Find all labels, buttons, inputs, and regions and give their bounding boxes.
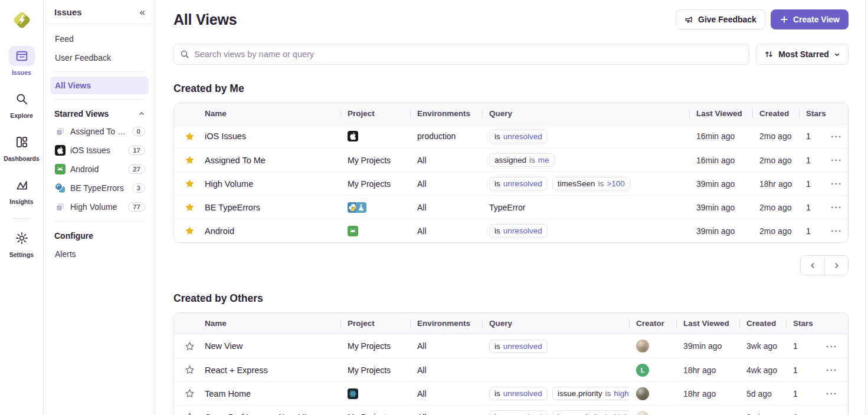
query-token: unresolved <box>503 413 542 415</box>
view-name-link[interactable]: Assigned To Me <box>205 156 266 165</box>
name-cell: New View <box>205 341 340 351</box>
query-chip-list: TypeError <box>489 203 525 212</box>
sidebar-item-alerts[interactable]: Alerts <box>50 245 149 263</box>
menu-cell: ··· <box>824 387 848 400</box>
table-row[interactable]: Assigned To MeMy ProjectsAllassignedisme… <box>174 148 848 172</box>
table-row[interactable]: React + ExpressMy ProjectsAllL18hr ago4w… <box>174 358 848 381</box>
sentry-logo-icon[interactable] <box>9 7 35 33</box>
sidebar-starred-item[interactable]: iOS Issues17 <box>50 141 149 160</box>
column-header-created: Created <box>739 313 786 334</box>
table-row[interactable]: High VolumeMy ProjectsAllisunresolvedtim… <box>174 172 848 195</box>
chevron-up-icon[interactable] <box>138 110 145 117</box>
previous-page-button[interactable] <box>801 256 824 275</box>
starred-item-label: iOS Issues <box>70 146 123 155</box>
view-name-link[interactable]: Gene Perf Issues - New UI <box>205 413 306 415</box>
creator-cell <box>629 340 676 353</box>
rail-item-insights[interactable]: Insights <box>0 175 44 205</box>
view-name-link[interactable]: High Volume <box>205 179 253 189</box>
collapse-sidebar-icon[interactable]: « <box>139 6 146 18</box>
view-name-link[interactable]: Android <box>205 226 234 236</box>
sidebar-item-all-views[interactable]: All Views <box>50 77 149 94</box>
table-row[interactable]: Gene Perf Issues - New UIMy ProjectsAlli… <box>174 405 848 415</box>
column-header-query: Query <box>482 313 629 334</box>
rail-item-issues[interactable]: Issues <box>0 46 44 76</box>
sort-dropdown[interactable]: Most Starred <box>756 44 849 65</box>
row-actions-menu-button[interactable]: ··· <box>824 364 840 376</box>
table-row[interactable]: AndroidAllisunresolved39min ago2mo ago1·… <box>174 219 848 242</box>
query-chip-list: isunresolvedissue.priorityishigh <box>489 387 629 400</box>
name-cell: Team Home <box>205 389 340 398</box>
view-name-link[interactable]: React + Express <box>205 365 268 375</box>
app-window: Issues Explore Dashboards <box>0 0 868 415</box>
rail-item-dashboards[interactable]: Dashboards <box>0 132 44 162</box>
table-row[interactable]: BE TypeErrorsAllTypeError39min ago2mo ag… <box>174 195 848 219</box>
megaphone-icon <box>684 15 694 24</box>
chevron-down-icon <box>834 51 840 58</box>
star-cell <box>174 130 205 143</box>
environments-cell: production <box>410 131 482 141</box>
section-heading-created-by-others: Created by Others <box>173 292 849 305</box>
row-actions-menu-button[interactable]: ··· <box>824 340 840 353</box>
row-actions-menu-button[interactable]: ··· <box>824 387 840 400</box>
view-name-link[interactable]: BE TypeErrors <box>205 203 260 212</box>
sidebar-item-user-feedback[interactable]: User Feedback <box>50 49 149 67</box>
row-actions-menu-button[interactable]: ··· <box>828 225 845 237</box>
star-filled-icon[interactable] <box>184 225 196 237</box>
starred-item-label: Android <box>70 164 123 174</box>
query-chip-list: isunresolvedissue.priorityishigh <box>489 410 629 415</box>
query-token: is <box>494 342 500 351</box>
environments-cell: All <box>410 341 482 351</box>
star-filled-icon[interactable] <box>184 130 196 143</box>
rail-label: Issues <box>12 69 31 76</box>
environments-cell: All <box>410 389 482 398</box>
sidebar-starred-item[interactable]: High Volume77 <box>50 197 149 216</box>
table-row[interactable]: New ViewMy ProjectsAllisunresolved39min … <box>174 334 848 358</box>
star-outline-icon[interactable] <box>184 340 196 353</box>
view-name-link[interactable]: iOS Issues <box>205 131 246 141</box>
row-actions-menu-button[interactable]: ··· <box>828 154 845 166</box>
row-actions-menu-button[interactable]: ··· <box>828 177 845 190</box>
star-outline-icon[interactable] <box>184 387 196 400</box>
apple-icon <box>55 145 65 156</box>
give-feedback-button[interactable]: Give Feedback <box>676 9 765 29</box>
row-actions-menu-button[interactable]: ··· <box>824 411 840 415</box>
table-row[interactable]: Team HomeAllisunresolvedissue.priorityis… <box>174 381 848 405</box>
row-actions-menu-button[interactable]: ··· <box>828 201 845 213</box>
column-header-project: Project <box>340 103 410 124</box>
last-viewed-cell: 18hr ago <box>676 389 739 398</box>
sidebar-item-feed[interactable]: Feed <box>50 30 149 48</box>
star-filled-icon[interactable] <box>184 201 196 213</box>
issue-count-badge: 17 <box>128 146 145 155</box>
sort-arrows-icon <box>764 50 774 59</box>
project-cell: My Projects <box>340 365 410 375</box>
column-header-name: Name <box>205 313 340 334</box>
query-chip: isunresolved <box>489 130 548 143</box>
view-name-link[interactable]: Team Home <box>205 389 251 398</box>
stack-icon <box>55 202 65 212</box>
query-chip: isunresolved <box>489 177 548 190</box>
row-actions-menu-button[interactable]: ··· <box>828 130 845 143</box>
column-header-environments: Environments <box>410 103 482 124</box>
sidebar-starred-item[interactable]: Android27 <box>50 160 149 179</box>
table-row[interactable]: iOS Issuesproductionisunresolved16min ag… <box>174 124 848 148</box>
search-views-input[interactable] <box>194 50 743 59</box>
next-page-button[interactable] <box>824 256 848 275</box>
star-outline-icon[interactable] <box>184 364 196 376</box>
created-value: 18hr ago <box>759 179 792 189</box>
star-filled-icon[interactable] <box>184 177 196 190</box>
view-name-link[interactable]: New View <box>205 341 243 351</box>
star-filled-icon[interactable] <box>184 154 196 166</box>
panel-title: Issues <box>54 7 82 17</box>
starred-views-header[interactable]: Starred Views <box>44 104 155 122</box>
rail-item-settings[interactable]: Settings <box>0 228 44 258</box>
settings-gear-icon <box>9 228 35 248</box>
divider <box>54 221 145 222</box>
rail-item-explore[interactable]: Explore <box>0 89 44 119</box>
search-views-container <box>173 44 749 65</box>
sidebar-starred-item[interactable]: BE TypeErrors3 <box>50 179 149 197</box>
create-view-button[interactable]: Create View <box>771 9 849 29</box>
issue-count-badge: 77 <box>128 202 145 212</box>
star-outline-icon[interactable] <box>184 411 196 415</box>
sidebar-starred-item[interactable]: Assigned To Me0 <box>50 122 149 141</box>
column-header-stars: Stars <box>786 313 824 334</box>
